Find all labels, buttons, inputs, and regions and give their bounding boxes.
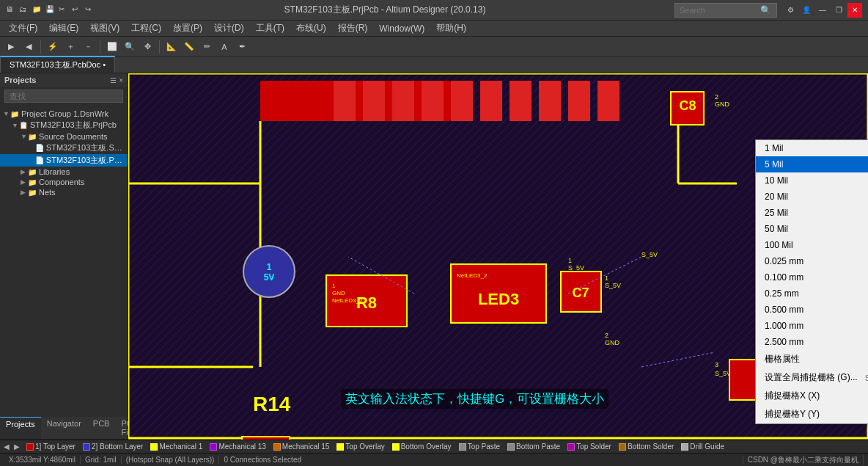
title-icons: 🖥 🗂 📁 💾 ✂ ↩ ↪ [6,5,95,15]
menu-item-r[interactable]: 报告(R) [332,21,374,36]
menu-item-windoww[interactable]: Window(W) [373,22,430,35]
cm-item-20mil[interactable]: 20 Mil [756,189,868,205]
layer-color-dot [83,443,90,451]
cm-item-yy[interactable]: 捕捉栅格Y (Y)▶ [756,405,868,423]
tree-item-prjpcb[interactable]: ▼📋STM32F103主板.PrjPcb [0,119,128,131]
menu-item-h[interactable]: 帮助(H) [430,21,472,36]
layer-prev-btn[interactable]: ◀ [1,443,12,451]
layer-next-btn[interactable]: ▶ [12,443,22,451]
project-search-input[interactable] [4,90,123,103]
panel-tab-projects[interactable]: Projects [0,417,41,439]
tree-item-icon: 📄 [35,156,44,164]
menu-item-v[interactable]: 视图(V) [84,21,125,36]
settings-icon[interactable]: ⚙ [783,3,798,18]
layer-color-dot [459,443,466,451]
layer-btn-toppaste[interactable]: Top Paste [456,442,503,451]
layer-btn-1toplayer[interactable]: 1] Top Layer [23,442,78,451]
cm-item-xx[interactable]: 捕捉栅格X (X)▶ [756,387,868,405]
layer-btn-topsolder[interactable]: Top Solder [564,442,614,451]
panel-tab-pcb[interactable]: PCB [87,417,116,439]
maximize-btn[interactable]: ❐ [831,3,846,18]
layer-btn-topoverlay[interactable]: Top Overlay [334,442,387,451]
cm-item-10mil[interactable]: 10 Mil [756,172,868,189]
tree-item-group[interactable]: ▼📁Project Group 1.DsnWrk [0,109,128,119]
tree-item-libraries[interactable]: ▶📁Libraries [0,167,128,177]
minimize-btn[interactable]: — [815,3,830,18]
menu-icon3[interactable]: 💾 [45,5,56,15]
cm-item-25mil[interactable]: 25 Mil [756,205,868,221]
layer-color-dot [210,443,217,451]
svg-text:GND: GND [332,290,345,296]
toolbar-btn-8[interactable]: ✒ [234,39,250,55]
menu-item-f[interactable]: 文件(F) [3,21,43,36]
cm-item-025mm[interactable]: 0.25 mm [756,285,868,302]
tree-item-source[interactable]: ▼📁Source Documents [0,131,128,142]
menu-icon6[interactable]: ↪ [85,5,95,15]
pcb-canvas-area[interactable]: C8 2 GND R8 1 GND NetLED3_2 LED3 NetLED3… [128,73,868,440]
layer-btn-2bottomlayer[interactable]: 2] Bottom Layer [80,442,147,451]
tree-item-nets[interactable]: ▶📁Nets [0,187,128,197]
toolbar-btn-4[interactable]: 📐 [163,39,180,55]
svg-rect-6 [363,81,385,121]
tree-item-schc[interactable]: 📄STM32F103主板.SchC [0,142,128,154]
panel-close-icon[interactable]: × [119,76,123,84]
tree-item-icon: 📁 [28,178,37,186]
toolbar-btn-minus[interactable]: － [80,39,96,55]
toolbar-btn-3d[interactable]: ⬜ [104,39,120,55]
menu-item-t[interactable]: 工具(T) [250,21,290,36]
layer-btn-bottomoverlay[interactable]: Bottom Overlay [389,442,455,451]
layer-btn-mechanical1[interactable]: Mechanical 1 [147,442,205,451]
cm-item-0100mm[interactable]: 0.100 mm [756,269,868,285]
menu-icon2[interactable]: 📁 [32,5,43,15]
project-tree: ▼📁Project Group 1.DsnWrk▼📋STM32F103主板.Pr… [0,106,128,417]
toolbar-btn-move[interactable]: ✥ [139,39,155,55]
global-search-input[interactable] [680,6,760,15]
panel-menu-icon[interactable]: ☰ [110,76,117,84]
cm-item-g[interactable]: 设置全局捕捉栅格 (G)...Shift+Ctrl+G [756,368,868,387]
panel-tab-navigator[interactable]: Navigator [41,417,87,439]
menu-icon5[interactable]: ↩ [72,5,82,15]
layer-btn-mechanical13[interactable]: Mechanical 13 [207,442,268,451]
cm-item-5mil[interactable]: 5 Mil [756,156,868,172]
menu-icon1[interactable]: 🗂 [19,5,29,15]
cm-item-1mil[interactable]: 1 Mil [756,140,868,156]
layer-btn-bottompaste[interactable]: Bottom Paste [504,442,563,451]
status-coords: X:3533mil Y:4860mil [4,456,81,464]
toolbar-btn-plus[interactable]: ＋ [62,39,78,55]
global-search-box[interactable]: 🔍 [674,3,777,18]
menu-item-u[interactable]: 布线(U) [290,21,332,36]
cm-item-50mil[interactable]: 50 Mil [756,221,868,237]
tree-item-pcb[interactable]: 📄STM32F103主板.PcbC [0,154,128,167]
toolbar-btn-zoom[interactable]: 🔍 [122,39,138,55]
user-icon[interactable]: 👤 [799,3,814,18]
menu-item-p[interactable]: 放置(P) [167,21,208,36]
menu-icon4[interactable]: ✂ [59,5,69,15]
layer-btn-mechanical15[interactable]: Mechanical 15 [271,442,332,451]
close-btn[interactable]: ✕ [847,3,862,18]
cm-item-0025mm[interactable]: 0.025 mm [756,253,868,269]
menu-item-c[interactable]: 工程(C) [125,21,167,36]
document-tab[interactable]: STM32F103主板.PcbDoc • [0,56,115,73]
cm-item-100mil[interactable]: 100 Mil [756,237,868,253]
menu-item-d[interactable]: 设计(D) [208,21,250,36]
cm-item-2500mm[interactable]: 2.500 mm [756,334,868,350]
toolbar-btn-6[interactable]: ✏ [199,39,215,55]
svg-text:1: 1 [267,262,272,272]
tree-item-components[interactable]: ▶📁Components [0,177,128,187]
toolbar-btn-1[interactable]: ▶ [3,39,19,55]
toolbar-btn-7[interactable]: A [216,39,232,55]
cm-item-1000mm[interactable]: 1.000 mm [756,318,868,334]
cm-item-0500mm[interactable]: 0.500 mm [756,302,868,318]
layer-btn-drillguide[interactable]: Drill Guide [678,442,727,451]
cm-item-[interactable]: 栅格属性Ctrl+G [756,350,868,368]
cm-item-label: 50 Mil [765,224,788,234]
toolbar-btn-5[interactable]: 📏 [181,39,197,55]
layer-color-dot [619,443,626,451]
toolbar-btn-filter[interactable]: ⚡ [45,39,61,55]
menu-item-e[interactable]: 编辑(E) [43,21,84,36]
search-icon: 🔍 [760,5,771,15]
tree-item-icon: 📄 [35,144,44,152]
menu-bar: 文件(F)编辑(E)视图(V)工程(C)放置(P)设计(D)工具(T)布线(U)… [0,21,868,37]
layer-btn-bottomsolder[interactable]: Bottom Solder [616,442,677,451]
toolbar-btn-2[interactable]: ◀ [21,39,37,55]
